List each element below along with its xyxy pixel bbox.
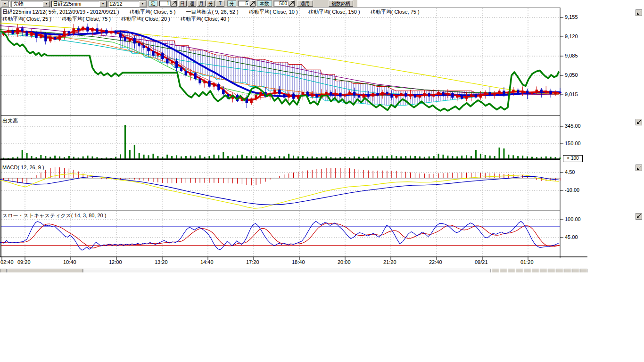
horizontal-scrollbar: [0, 269, 589, 272]
mini-toolbar-button[interactable]: [500, 269, 507, 272]
time-axis-label: 09/21: [475, 259, 488, 265]
mini-toolbar-button[interactable]: [492, 269, 499, 272]
mini-toolbar-button[interactable]: [524, 269, 531, 272]
indicator-label: 移動平均( Close, 75 ): [62, 16, 111, 22]
panel-resize-button[interactable]: [636, 213, 642, 220]
mini-toolbar-button[interactable]: [532, 269, 539, 272]
time-axis-label: 01:20: [520, 259, 534, 265]
indicator-label: 一目均衡表( 9, 26, 52 ): [186, 9, 238, 15]
panel-resize-button[interactable]: [636, 9, 642, 16]
scrollbar-thumb[interactable]: [8, 269, 83, 272]
time-axis-label: 22:40: [429, 259, 442, 265]
chart-canvas: [0, 0, 644, 276]
stoch-axis-label: 100.00: [565, 216, 581, 222]
mini-toolbar-button[interactable]: [572, 269, 579, 272]
price-axis-label: 9,050: [565, 72, 578, 78]
indicator-label: 日経225mini 12/12( 5分, 2012/09/19 - 2012/0…: [2, 9, 119, 15]
mini-toolbar-button[interactable]: [516, 269, 523, 272]
time-axis-label: 12:00: [109, 259, 122, 265]
indicator-label: 移動平均( Close, 10 ): [249, 9, 298, 15]
indicator-label: 移動平均( Close, 40 ): [181, 16, 230, 22]
mini-toolbar-button[interactable]: [540, 269, 547, 272]
price-axis-label: 9,155: [565, 14, 578, 20]
time-axis-label: 17:20: [246, 259, 259, 265]
macd-axis-label: -10.00: [565, 187, 579, 193]
indicator-label: 移動平均( Close, 25 ): [2, 16, 51, 22]
price-axis-label: 9,085: [565, 53, 578, 58]
time-axis-label: 13:20: [155, 259, 168, 265]
panel-resize-button[interactable]: [636, 165, 642, 171]
mini-toolbar-button[interactable]: [556, 269, 563, 272]
mini-toolbar-button[interactable]: [564, 269, 571, 272]
time-axis-label: 18:40: [292, 259, 305, 265]
volume-multiplier-badge: × 100: [563, 155, 583, 162]
indicator-label: 移動平均( Close, 75 ): [371, 9, 420, 15]
price-axis-label: 9,015: [565, 91, 578, 97]
chart-application-window: { "toolbar": { "collapse_icon": "dropdow…: [0, 0, 644, 362]
time-axis-label: 02:40: [0, 259, 14, 265]
stoch-axis-label: 45.00: [565, 234, 578, 240]
time-axis-label: 09:20: [17, 259, 31, 265]
mini-toolbar-button[interactable]: [580, 269, 587, 272]
mini-toolbar-button[interactable]: [508, 269, 515, 272]
panel-resize-button[interactable]: [636, 119, 642, 125]
volume-panel-title: 出来高: [2, 117, 18, 124]
time-axis-label: 10:40: [63, 259, 76, 265]
stochastics-panel-title: スロー・ストキャスティクス( 14, 3, 80, 20 ): [2, 212, 106, 219]
time-axis-label: 20:00: [338, 259, 351, 265]
volume-axis-label: 150.00: [565, 140, 581, 146]
price-axis-label: 9,120: [565, 33, 578, 39]
time-axis-label: 14:40: [200, 259, 214, 265]
indicator-legend-row1: 日経225mini 12/12( 5分, 2012/09/19 - 2012/0…: [2, 8, 430, 16]
indicator-label: 移動平均( Close, 5 ): [130, 9, 176, 15]
indicator-label: 移動平均( Close, 150 ): [308, 9, 360, 15]
volume-axis-label: 345.00: [565, 123, 581, 129]
macd-axis-label: 4.50: [565, 169, 575, 175]
macd-panel-title: MACD( 12, 26, 9 ): [2, 165, 44, 170]
mini-toolbar-button[interactable]: [548, 269, 555, 272]
scrollbar-left-arrow-button[interactable]: [0, 269, 7, 272]
scrollbar-track[interactable]: [83, 269, 491, 272]
indicator-legend-row2: 移動平均( Close, 25 )移動平均( Close, 75 )移動平均( …: [2, 16, 240, 23]
time-axis-label: 21:20: [383, 259, 396, 265]
indicator-label: 移動平均( Close, 20 ): [121, 16, 170, 22]
